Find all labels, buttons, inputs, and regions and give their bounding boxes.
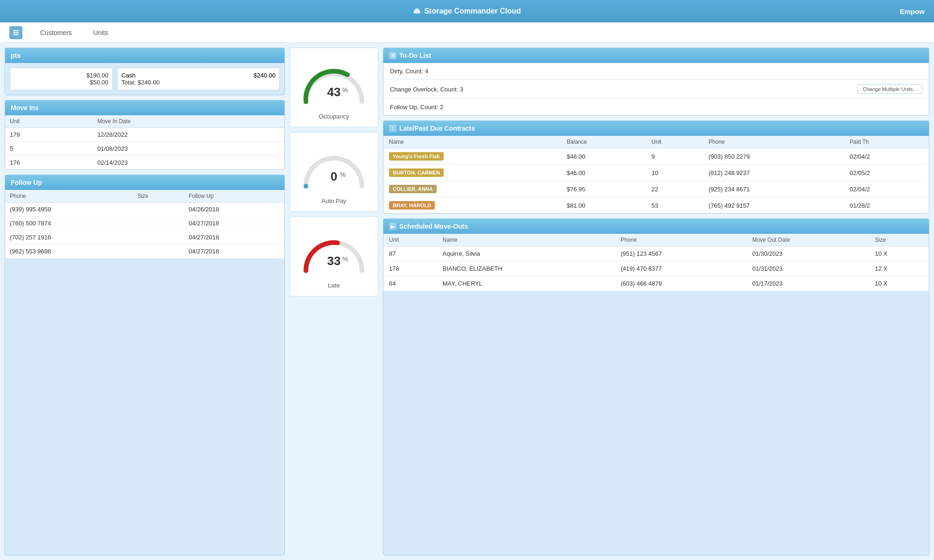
cell-unit: 22 [646,181,703,197]
table-row[interactable]: 87 Aquirre, Silvia (951) 123 4567 01/30/… [383,246,929,261]
cell-phone: (962) 553 9698 [5,245,133,259]
table-row[interactable]: BURTON, CARMEN $46.00 10 (812) 248 9237 … [383,165,929,181]
table-row[interactable]: 176 02/14/2023 [5,156,284,170]
customer-tag[interactable]: Young's Fresh Fish [389,152,444,161]
nav-customers[interactable]: Customers [36,27,76,38]
top-bar-right: Empow [900,7,925,15]
cell-size [133,217,184,231]
svg-rect-0 [13,30,19,31]
cell-unit: 87 [383,246,437,261]
occupancy-gauge-card: 43 % Occupancy [290,48,378,127]
table-row[interactable]: Young's Fresh Fish $46.00 9 (903) 850 22… [383,148,929,165]
table-row[interactable]: (702) 257 1916 04/27/2018 [5,231,284,245]
contracts-card: ! Late/Past Due Contracts Name Balance U… [383,120,929,214]
moveins-card: Move Ins Unit Move In Date 179 12/28/202… [5,100,285,170]
cell-size [133,245,184,259]
app-title: Storage Commander Cloud [424,7,521,15]
cell-phone: (925) 234 8671 [703,181,844,197]
cell-phone: (812) 248 9237 [703,165,844,181]
svg-text:33: 33 [327,254,341,268]
todo-card: ☰ To-Do List Dirty, Count: 4Change Overl… [383,48,929,116]
moveouts-title: Scheduled Move-Outs [399,223,468,230]
cell-followup: 04/27/2018 [184,231,284,245]
col-movein: Move In Date [92,115,284,128]
table-row[interactable]: (760) 500 7874 04/27/2018 [5,217,284,231]
svg-text:%: % [342,86,348,94]
col-size: Size [870,234,929,246]
contracts-header: ! Late/Past Due Contracts [383,121,929,136]
cell-name: BIANCO, ELIZABETH [437,261,615,276]
cell-size: 10 X [870,276,929,291]
todo-item: Change Overlock, Count: 3Change Multiple… [383,80,929,99]
cell-phone: (951) 123 4567 [615,246,747,261]
amount1: $190.00 [14,72,108,79]
cell-phone: (760) 500 7874 [5,217,133,231]
col-unit: Unit [383,234,437,246]
moveouts-card: ▶ Scheduled Move-Outs Unit Name Phone Mo… [383,218,929,555]
svg-point-5 [304,184,308,189]
cell-name: MAY, CHERYL [437,276,615,291]
cell-unit: 10 [646,165,703,181]
col-name: Name [437,234,615,246]
receipts-row: $190.00 $50.00 Cash $240.00 Total: $240.… [10,68,280,90]
cell-moveout: 01/31/2023 [747,261,870,276]
col-balance: Balance [561,136,646,148]
right-column: ☰ To-Do List Dirty, Count: 4Change Overl… [383,48,929,555]
cell-unit: 9 [646,148,703,165]
svg-text:0: 0 [331,169,337,183]
receipts-card: pts $190.00 $50.00 Cash $240.00 Total: $… [5,48,285,95]
followup-scroll[interactable]: Phone Size Follow Up (939) 995 4959 04/2… [5,190,284,259]
followup-header: Follow Up [5,175,284,190]
table-row[interactable]: 179 12/28/2022 [5,128,284,142]
cell-movein: 02/14/2023 [92,156,284,170]
cell-unit: 64 [383,276,437,291]
table-row[interactable]: 64 MAY, CHERYL (603) 466 4879 01/17/2023… [383,276,929,291]
cell-name: Aquirre, Silvia [437,246,615,261]
col-phone: Phone [615,234,747,246]
nav-units[interactable]: Units [90,27,112,38]
table-row[interactable]: COLLIER, ANNA $76.95 22 (925) 234 8671 0… [383,181,929,197]
cell-moveout: 01/17/2023 [747,276,870,291]
todo-item: Follow Up, Count: 2 [383,99,929,115]
followup-card: Follow Up Phone Size Follow Up (939) 995… [5,175,285,555]
receipts-title: pts [11,52,21,59]
col-followup: Follow Up [184,190,284,203]
cash-label: Cash [121,72,135,79]
cell-unit: 5 [5,142,92,156]
mid-column: 43 % Occupancy 0 % Auto Pay 33 % [290,48,378,555]
moveouts-header: ▶ Scheduled Move-Outs [383,219,929,234]
todo-items-container: Dirty, Count: 4Change Overlock, Count: 3… [383,63,929,115]
cloud-icon [413,7,421,15]
table-row[interactable]: (939) 995 4959 04/26/2018 [5,203,284,217]
total-label: Total: $240.00 [121,79,276,86]
customer-tag[interactable]: COLLIER, ANNA [389,185,437,193]
change-multiple-units-button[interactable]: Change Multiple Units... [857,84,922,94]
contracts-table: Name Balance Unit Phone Paid Th Young's … [383,136,929,213]
customer-tag[interactable]: BURTON, CARMEN [389,168,444,177]
svg-text:%: % [340,171,346,178]
main-layout: pts $190.00 $50.00 Cash $240.00 Total: $… [0,43,934,560]
table-row[interactable]: 178 BIANCO, ELIZABETH (419) 470 8377 01/… [383,261,929,276]
cell-size [133,203,184,217]
col-phone: Phone [703,136,844,148]
table-row[interactable]: (962) 553 9698 04/27/2018 [5,245,284,259]
top-bar: Storage Commander Cloud Empow [0,0,934,22]
cell-size: 10 X [870,246,929,261]
menu-toggle[interactable] [9,26,22,39]
cell-balance: $81.00 [561,197,646,214]
table-row[interactable]: 5 01/08/2023 [5,142,284,156]
customer-tag[interactable]: BRAY, HAROLD [389,201,435,210]
late-label: Late [328,282,340,289]
cell-paid: 02/04/2 [844,148,929,165]
svg-rect-2 [13,34,19,35]
col-unit: Unit [646,136,703,148]
cell-phone: (702) 257 1916 [5,231,133,245]
late-gauge-card: 33 % Late [290,217,378,296]
occupancy-gauge-svg: 43 % [297,55,371,111]
cell-size [133,231,184,245]
receipts-left: $190.00 $50.00 [10,68,113,90]
occupancy-label: Occupancy [318,113,349,120]
col-name: Name [383,136,561,148]
table-row[interactable]: BRAY, HAROLD $81.00 53 (765) 492 9157 01… [383,197,929,214]
amount2: $50.00 [14,79,108,86]
